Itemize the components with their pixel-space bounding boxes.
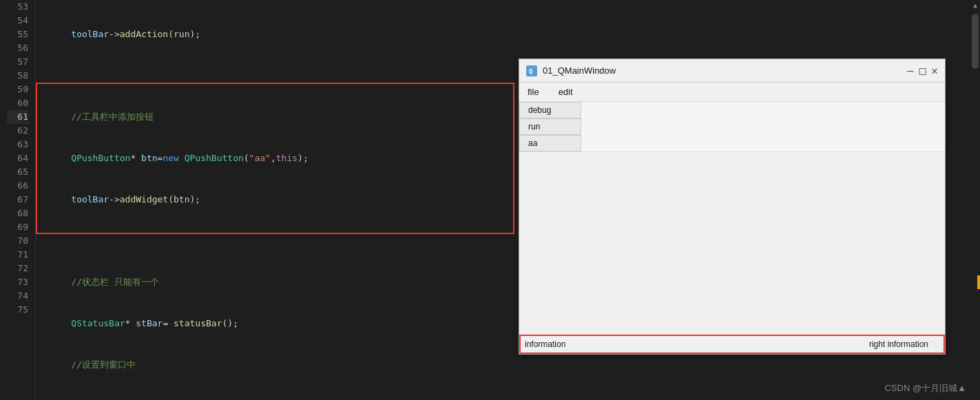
qt-app-icon: Q — [526, 65, 537, 76]
minimize-button[interactable]: — — [907, 65, 914, 76]
code-editor: 53 54 55 56 57 58 59 60 61 62 63 64 65 6… — [0, 0, 980, 400]
scrollbar[interactable]: ▲ — [970, 0, 980, 400]
code-line-53: toolBar->addAction(run); — [50, 28, 970, 41]
qt-window[interactable]: Q 01_QMainWindow — □ ✕ file edit debug r… — [519, 59, 946, 355]
toolbar-aa-button[interactable]: aa — [519, 135, 581, 151]
menu-file[interactable]: file — [523, 85, 543, 98]
toolbar-run-button[interactable]: run — [519, 118, 581, 135]
qt-window-controls[interactable]: — □ ✕ — [907, 65, 938, 76]
code-line-61: //设置到窗口中 — [50, 358, 970, 372]
qt-menubar: file edit — [519, 83, 945, 102]
resize-grip-icon: ⋱ — [931, 340, 939, 348]
qt-titlebar: Q 01_QMainWindow — □ ✕ — [519, 59, 945, 83]
scroll-marker — [977, 275, 980, 289]
qt-statusbar: information right information ⋱ — [519, 335, 945, 354]
status-right-label: right information — [869, 339, 931, 349]
close-button[interactable]: ✕ — [931, 65, 938, 76]
menu-edit[interactable]: edit — [554, 85, 577, 98]
toolbar-debug-button[interactable]: debug — [519, 102, 581, 118]
scrollbar-thumb[interactable] — [972, 14, 979, 69]
status-left-label: information — [525, 339, 869, 349]
qt-window-title: 01_QMainWindow — [543, 65, 907, 76]
line-numbers: 53 54 55 56 57 58 59 60 61 62 63 64 65 6… — [0, 0, 36, 400]
qt-body — [519, 152, 945, 335]
svg-text:Q: Q — [529, 68, 533, 75]
maximize-button[interactable]: □ — [919, 65, 926, 76]
qt-toolbar: debug run aa — [519, 102, 945, 152]
scroll-up-arrow[interactable]: ▲ — [970, 0, 980, 10]
csdn-watermark: CSDN @十月旧城▲ — [884, 382, 966, 394]
